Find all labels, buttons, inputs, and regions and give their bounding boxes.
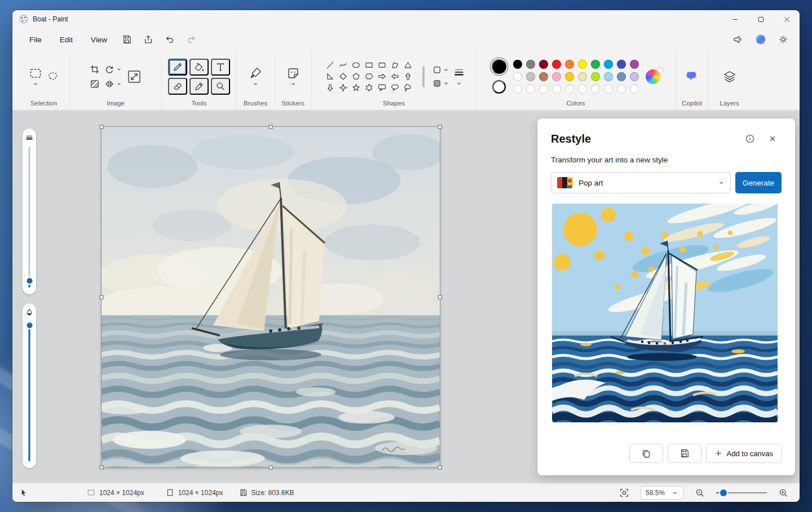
stroke-width-thumb[interactable] bbox=[27, 278, 32, 284]
stroke-size-dropdown[interactable] bbox=[456, 81, 462, 86]
copilot-button[interactable] bbox=[685, 70, 699, 83]
selection-handle[interactable] bbox=[438, 466, 442, 470]
shape-arrow-left-button[interactable] bbox=[389, 71, 401, 82]
color-swatch-#efe4b0[interactable] bbox=[578, 72, 587, 81]
selection-handle[interactable] bbox=[100, 295, 104, 299]
shape-outline-button[interactable] bbox=[433, 65, 449, 74]
color-swatch-#fff200[interactable] bbox=[578, 60, 587, 69]
color-swatch-#99d9ea[interactable] bbox=[604, 72, 613, 81]
selection-handle[interactable] bbox=[269, 125, 273, 129]
shape-pentagon-button[interactable] bbox=[350, 71, 363, 82]
zoom-slider-thumb[interactable] bbox=[720, 489, 727, 496]
save-button[interactable] bbox=[117, 30, 136, 48]
selection-handle[interactable] bbox=[438, 295, 442, 299]
shape-star-six-button[interactable] bbox=[363, 82, 376, 94]
color-swatch-#ffffff[interactable] bbox=[513, 72, 522, 81]
zoom-fit-button[interactable] bbox=[615, 484, 634, 502]
shape-callout-cloud-button[interactable] bbox=[401, 82, 414, 94]
shape-triangle-button[interactable] bbox=[401, 60, 414, 71]
color-swatch-#22b14c[interactable] bbox=[591, 60, 600, 69]
tool-magnifier[interactable] bbox=[211, 78, 230, 95]
tool-text[interactable] bbox=[211, 59, 230, 76]
color-swatch-empty[interactable] bbox=[604, 85, 613, 94]
shapes-scrollbar[interactable] bbox=[422, 66, 425, 87]
restyle-close-button[interactable] bbox=[764, 130, 782, 148]
color-swatch-empty[interactable] bbox=[630, 85, 639, 94]
opacity-thumb[interactable] bbox=[27, 323, 32, 328]
menu-file[interactable]: File bbox=[21, 32, 50, 47]
restyle-info-button[interactable] bbox=[741, 130, 759, 148]
brushes-dropdown[interactable] bbox=[252, 81, 259, 87]
opacity-slider[interactable] bbox=[23, 303, 36, 468]
shape-callout-oval-button[interactable] bbox=[389, 82, 401, 94]
tool-color-picker[interactable] bbox=[189, 78, 209, 95]
shape-polygon-button[interactable] bbox=[389, 60, 401, 71]
color-swatch-#880015[interactable] bbox=[539, 60, 548, 69]
shape-fill-button[interactable] bbox=[433, 79, 449, 88]
color-swatch-#c3c3c3[interactable] bbox=[526, 72, 535, 81]
free-form-selection-button[interactable] bbox=[47, 70, 59, 83]
remove-background-button[interactable] bbox=[90, 79, 100, 89]
tool-fill[interactable] bbox=[189, 59, 209, 76]
color-swatch-empty[interactable] bbox=[578, 85, 587, 94]
selection-handle[interactable] bbox=[269, 466, 273, 470]
undo-button[interactable] bbox=[160, 30, 179, 48]
color-swatch-#7092be[interactable] bbox=[617, 72, 626, 81]
color-swatch-#a349a4[interactable] bbox=[630, 60, 639, 69]
stickers-dropdown[interactable] bbox=[290, 81, 297, 87]
primary-color-swatch[interactable] bbox=[492, 59, 506, 74]
flip-button[interactable] bbox=[104, 79, 122, 89]
color-swatch-empty[interactable] bbox=[513, 85, 522, 94]
shape-right-triangle-button[interactable] bbox=[324, 71, 337, 82]
tool-eraser[interactable] bbox=[168, 78, 187, 95]
shape-curve-button[interactable] bbox=[337, 60, 350, 71]
selection-dropdown[interactable] bbox=[32, 81, 39, 87]
stroke-size-button[interactable] bbox=[454, 67, 464, 77]
color-swatch-#00a2e8[interactable] bbox=[604, 60, 613, 69]
color-swatch-empty[interactable] bbox=[552, 85, 561, 94]
shape-callout-rounded-button[interactable] bbox=[376, 82, 389, 94]
stickers-button[interactable] bbox=[286, 67, 300, 80]
color-swatch-#ffc90e[interactable] bbox=[565, 72, 574, 81]
shape-star-four-button[interactable] bbox=[337, 82, 350, 94]
menu-edit[interactable]: Edit bbox=[52, 32, 81, 47]
shape-arrow-up-button[interactable] bbox=[401, 71, 414, 82]
maximize-button[interactable] bbox=[748, 10, 774, 28]
color-swatch-empty[interactable] bbox=[591, 85, 600, 94]
color-swatch-#3f48cc[interactable] bbox=[617, 60, 626, 69]
zoom-slider[interactable] bbox=[716, 489, 767, 497]
zoom-out-button[interactable] bbox=[690, 484, 709, 502]
color-swatch-#000000[interactable] bbox=[513, 60, 522, 69]
color-swatch-empty[interactable] bbox=[526, 85, 535, 94]
settings-button[interactable] bbox=[774, 30, 793, 48]
menu-view[interactable]: View bbox=[83, 32, 115, 47]
drawing-canvas[interactable] bbox=[102, 127, 440, 467]
selection-handle[interactable] bbox=[100, 466, 104, 470]
color-swatch-empty[interactable] bbox=[539, 85, 548, 94]
shape-arrow-down-button[interactable] bbox=[324, 82, 337, 94]
selection-rectangle-button[interactable] bbox=[29, 67, 42, 80]
color-swatch-#ff7f27[interactable] bbox=[565, 60, 574, 69]
zoom-in-button[interactable] bbox=[774, 484, 793, 502]
opacity-track[interactable] bbox=[29, 321, 30, 461]
resize-button[interactable] bbox=[127, 69, 142, 84]
color-swatch-#b5e61d[interactable] bbox=[591, 72, 600, 81]
minimize-button[interactable] bbox=[722, 10, 748, 28]
shape-diamond-button[interactable] bbox=[337, 71, 350, 82]
copy-result-button[interactable] bbox=[629, 444, 663, 463]
zoom-level-dropdown[interactable]: 58.5% bbox=[641, 486, 683, 500]
color-swatch-#ed1c24[interactable] bbox=[552, 60, 561, 69]
crop-button[interactable] bbox=[90, 64, 100, 74]
shape-line-button[interactable] bbox=[324, 60, 337, 71]
shape-star-five-button[interactable] bbox=[350, 82, 363, 94]
selection-handle[interactable] bbox=[438, 125, 442, 129]
color-swatch-empty[interactable] bbox=[565, 85, 574, 94]
account-button[interactable] bbox=[751, 30, 770, 48]
shape-rectangle-button[interactable] bbox=[363, 60, 376, 71]
color-swatch-#b97a57[interactable] bbox=[539, 72, 548, 81]
add-to-canvas-button[interactable]: Add to canvas bbox=[706, 444, 782, 463]
share-button[interactable] bbox=[139, 30, 158, 48]
color-swatch-#7f7f7f[interactable] bbox=[526, 60, 535, 69]
shape-oval-button[interactable] bbox=[350, 60, 363, 71]
stroke-width-slider[interactable] bbox=[23, 129, 36, 294]
